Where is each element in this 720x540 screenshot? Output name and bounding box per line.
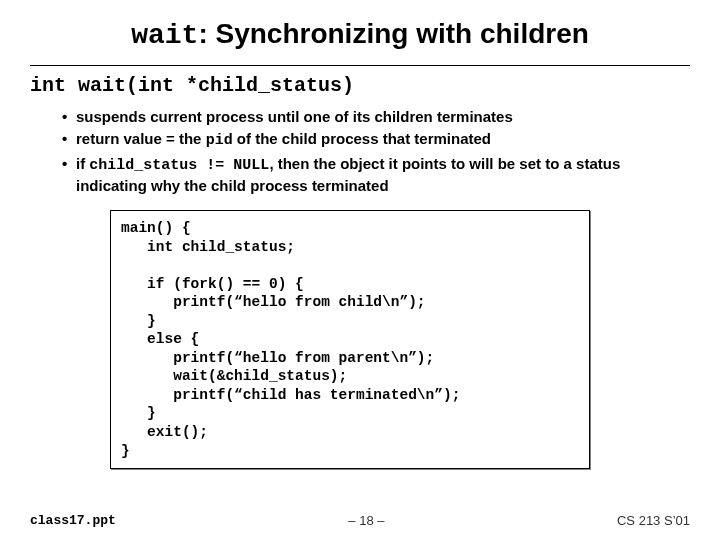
footer-filename: class17.ppt [30, 513, 116, 528]
code-content: main() { int child_status; if (fork() ==… [121, 219, 579, 460]
code-box: main() { int child_status; if (fork() ==… [110, 210, 590, 469]
title-rest: : Synchronizing with children [198, 18, 588, 49]
bullet-text: return value = the [76, 130, 206, 147]
bullet-item: suspends current process until one of it… [62, 107, 690, 127]
bullet-text: suspends current process until one of it… [76, 108, 513, 125]
bullet-list: suspends current process until one of it… [62, 107, 690, 196]
title-divider [30, 65, 690, 66]
bullet-item: return value = the pid of the child proc… [62, 129, 690, 151]
slide-title: wait: Synchronizing with children [30, 18, 690, 51]
slide-footer: class17.ppt – 18 – CS 213 S’01 [30, 513, 690, 528]
bullet-mono: pid [206, 132, 233, 149]
bullet-text: if [76, 155, 89, 172]
function-signature: int wait(int *child_status) [30, 74, 690, 97]
bullet-text: of the child process that terminated [233, 130, 491, 147]
bullet-mono: child_status != NULL [89, 157, 269, 174]
bullet-item: if child_status != NULL, then the object… [62, 154, 690, 197]
title-mono: wait [131, 20, 198, 51]
footer-page: – 18 – [348, 513, 384, 528]
footer-course: CS 213 S’01 [617, 513, 690, 528]
